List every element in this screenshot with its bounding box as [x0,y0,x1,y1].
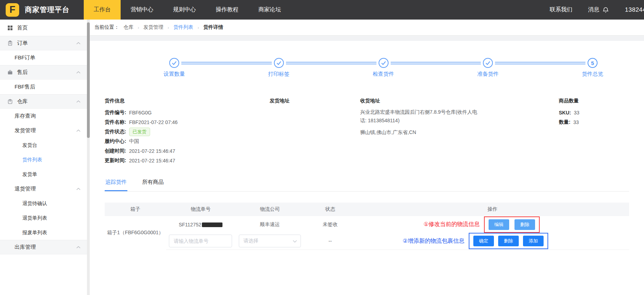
col-header-status: 状态 [304,203,356,216]
sidebar-group-orders[interactable]: 订单 [0,36,87,50]
sidebar-scrollbar [87,20,90,295]
add-button[interactable]: 添加 [523,236,544,246]
sidebar-item-inventory-query[interactable]: 库存查询 [0,109,87,123]
messages-link[interactable]: 消息 [588,6,609,14]
col-header-operations: 操作 [356,203,629,216]
nav-item-tutorial[interactable]: 操作教程 [206,0,248,20]
step-number-badge: 5 [588,58,598,68]
tab-track-shipment[interactable]: 追踪货件 [105,177,127,191]
app-title: 商家管理平台 [25,5,70,15]
created-time: 2021-07-22 15:46:47 [129,148,175,154]
briefcase-icon [7,70,13,75]
shipment-info-column: 货件信息 货件编号:FBF6G0G 货件名称:FBF2021-07-22 07:… [105,98,270,165]
confirm-button[interactable]: 确定 [473,236,494,246]
detail-tabs: 追踪货件 所有商品 [105,177,629,192]
grid-icon [7,25,13,31]
tracking-number-cell: SF112752 [166,216,235,233]
shipment-info-section: 货件信息 货件编号:FBF6G0G 货件名称:FBF2021-07-22 07:… [105,98,629,165]
tab-all-products[interactable]: 所有商品 [142,177,164,191]
step-print-label: 打印标签 [274,58,284,68]
progress-steps: 设置数量 打印标签 检查货件 [169,58,598,68]
updated-time: 2021-07-22 15:46:47 [129,158,175,163]
step-connector [495,62,585,64]
breadcrumb-shipment-list[interactable]: 货件列表 [174,24,193,31]
ship-to-title: 收货地址 [360,98,559,104]
sidebar-group-warehouse[interactable]: 仓库 [0,94,87,109]
redacted-tracking-digits [202,222,222,227]
contact-us-link[interactable]: 联系我们 [550,6,572,14]
sidebar-item-shipping-desk[interactable]: 发货台 [0,138,87,152]
messages-label: 消息 [588,6,599,14]
sidebar-group-return-management[interactable]: 退货管理 [0,182,87,196]
breadcrumb-current-page: 货件详情 [203,24,223,31]
breadcrumb-shipping-management[interactable]: 发货管理 [143,24,163,31]
breadcrumb-prefix: 当前位置： [94,24,119,31]
item-count: 33 [573,119,579,125]
tracking-number-input[interactable] [169,235,232,247]
chevron-up-icon [76,246,81,249]
top-navigation-bar: F 商家管理平台 工作台 营销中心 规则中心 操作教程 商家论坛 联系我们 消息… [0,0,644,20]
sidebar-item-home[interactable]: 首页 [0,20,87,36]
chevron-up-icon [76,42,81,45]
status-badge: 已发货 [129,128,150,136]
bell-icon[interactable] [602,6,609,14]
step-connector [181,62,272,64]
delete-button[interactable]: 删除 [498,236,519,246]
app-logo: F [6,3,19,17]
nav-item-rules[interactable]: 规则中心 [163,0,206,20]
sidebar-group-outbound-management[interactable]: 出库管理 [0,240,87,254]
breadcrumb-separator: › [198,25,199,30]
col-header-carrier: 物流公司 [235,203,304,216]
sidebar-item-return-pending[interactable]: 退货待确认 [0,196,87,211]
receiver-address: 兴业北路宏盛丰物流园后门右侧7.8.9号仓库(收件人电话: 1813854811… [360,108,483,125]
edit-buttons-highlight-box: 编辑 删除 [484,216,540,233]
ship-from-title: 发货地址 [270,98,360,104]
nav-item-forum[interactable]: 商家论坛 [248,0,291,20]
receiver-region: 狮山镇,佛山市,广东省,CN [360,128,483,136]
tag-icon [7,99,13,104]
breadcrumb-separator: › [167,25,169,30]
shipment-code: FBF6G0G [129,110,152,116]
sidebar: 首页 订单 FBF订单 售后 [0,20,87,295]
shipment-info-title: 货件信息 [105,98,270,104]
step-set-quantity: 设置数量 [169,58,179,68]
chevron-up-icon [76,129,81,132]
box-label: 箱子1（FBF6G0G0001） [105,216,166,250]
chevron-up-icon [76,100,81,103]
scrollbar-thumb[interactable] [87,22,90,138]
sidebar-item-scrap-list[interactable]: 报废单列表 [0,225,87,240]
fulfillment-center: 中国 [129,138,139,145]
sidebar-item-shipment-list[interactable]: 货件列表 [0,152,87,167]
ship-from-column: 发货地址 [270,98,360,165]
add-buttons-highlight-box: 确定 删除 添加 [469,233,548,249]
delete-button[interactable]: 删除 [514,219,535,230]
annotation-edit-logistics: ①修改当前的物流信息 [424,221,480,228]
check-circle-icon [379,58,389,68]
step-prepare-shipment: 准备货件 [483,58,493,68]
table-row-existing-package: 箱子1（FBF6G0G0001） SF112752 顺丰速运 未签收 ①修改当前… [105,216,629,233]
step-check-shipment: 检查货件 [379,58,389,68]
account-number[interactable]: 138244 [625,6,644,14]
nav-item-workbench[interactable]: 工作台 [84,0,121,20]
carrier-select[interactable]: 请选择 [239,235,301,247]
check-circle-icon [169,58,179,68]
sidebar-item-shipping-order[interactable]: 发货单 [0,167,87,182]
table-header-row: 箱子 物流单号 物流公司 状态 操作 [105,203,629,216]
step-shipment-overview: 5 货件总览 [588,58,598,68]
check-circle-icon [483,58,493,68]
nav-item-marketing[interactable]: 营销中心 [121,0,163,20]
col-header-tracking: 物流单号 [166,203,235,216]
sidebar-item-return-list[interactable]: 退货单列表 [0,211,87,225]
edit-button[interactable]: 编辑 [489,219,509,230]
sidebar-group-aftersales[interactable]: 售后 [0,65,87,80]
sidebar-item-fbf-aftersales[interactable]: FBF售后 [0,80,87,94]
breadcrumb-separator: › [138,25,139,30]
sidebar-group-shipping-management[interactable]: 发货管理 [0,123,87,138]
table-row-new-package: 请选择 -- ②增添新的物流包裹信息 [105,233,629,250]
sidebar-item-fbf-orders[interactable]: FBF订单 [0,50,87,65]
chevron-down-icon [293,238,297,244]
shipment-name: FBF2021-07-22 07:46 [129,119,178,125]
status-cell: 未签收 [304,216,356,233]
breadcrumb-warehouse[interactable]: 仓库 [123,24,133,31]
carrier-cell: 顺丰速运 [235,216,304,233]
